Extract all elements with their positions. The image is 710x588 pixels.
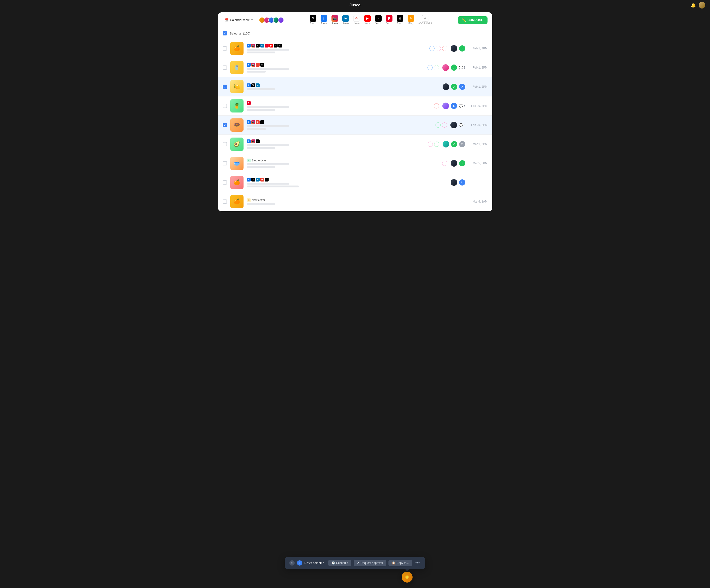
post-checkbox-4[interactable] xyxy=(223,104,227,108)
text-line xyxy=(247,128,266,130)
post-comments-5: 💬 3 xyxy=(459,123,465,127)
comment-count-2: 2 xyxy=(464,66,465,69)
twitter-icon: 𝕏 xyxy=(310,15,316,22)
post-status-2: ✓ xyxy=(451,65,457,71)
tab-tiktok[interactable]: ♪ Jusco xyxy=(375,15,382,25)
post-avatar-4 xyxy=(442,103,449,109)
post-avatar-2 xyxy=(442,64,449,71)
sm-linkedin-icon: in xyxy=(260,44,264,48)
post-checkbox-6[interactable] xyxy=(223,142,227,146)
post-social-icons-3: f 𝕏 in xyxy=(247,83,436,87)
post-checkbox-7[interactable] xyxy=(223,161,227,166)
tab-facebook[interactable]: f Jusco xyxy=(321,15,327,25)
post-meta-8: L xyxy=(451,179,465,186)
facebook-icon: f xyxy=(321,15,327,22)
tab-threads[interactable]: @ Jusco xyxy=(397,15,403,25)
post-thumbnail-2: 🥤 xyxy=(230,61,243,74)
floating-bar-close-button[interactable]: × xyxy=(289,560,294,566)
comment-icon: 💬 xyxy=(459,66,463,70)
post-info-8: f 𝕏 in G @ xyxy=(247,178,444,188)
text-line xyxy=(247,68,289,70)
tab-add-pages[interactable]: + ADD PAGES xyxy=(419,15,432,25)
comment-count-4: 5 xyxy=(464,104,465,107)
tab-twitter[interactable]: 𝕏 Jusco xyxy=(310,15,316,25)
post-thumbnail-5: 🍩 xyxy=(230,118,243,132)
post-text-2 xyxy=(247,68,424,73)
request-approval-label: Request approval xyxy=(360,561,383,565)
post-checkbox-5[interactable] xyxy=(223,123,227,127)
sm-threads-icon: @ xyxy=(278,44,282,48)
text-line xyxy=(247,109,275,111)
tab-linkedin[interactable]: in Jusco xyxy=(342,15,349,25)
post-checkbox-1[interactable] xyxy=(223,46,227,51)
text-line xyxy=(247,186,299,188)
post-checkbox-8[interactable] xyxy=(223,180,227,185)
post-row[interactable]: 🍊 f 📷 𝕏 in P ▶ ♪ @ xyxy=(218,39,492,58)
tiktok-icon: ♪ xyxy=(375,15,382,22)
request-approval-button[interactable]: ✔ Request approval xyxy=(354,560,386,566)
youtube-icon: ▶ xyxy=(364,15,371,22)
compose-button[interactable]: ✏️ COMPOSE xyxy=(458,16,487,24)
text-line xyxy=(247,106,289,108)
post-date-3: Feb 1, 2PM xyxy=(469,85,488,89)
post-text-4 xyxy=(247,106,430,111)
user-avatar-top[interactable] xyxy=(699,2,705,8)
sm-facebook-icon: f xyxy=(247,44,251,48)
copy-to-button[interactable]: 📋 Copy to... xyxy=(388,560,412,566)
post-social-icons-4: P xyxy=(247,101,430,105)
post-checkbox-2[interactable] xyxy=(223,66,227,70)
post-info-4: P xyxy=(247,101,430,111)
sm-instagram-icon: 📷 xyxy=(251,44,255,48)
sm-youtube-icon: ▶ xyxy=(269,44,273,48)
post-social-icons-5: f 📷 G ♪ xyxy=(247,120,432,124)
schedule-button[interactable]: 🕐 Schedule xyxy=(328,560,351,566)
post-meta-7: ↗ xyxy=(451,160,465,167)
post-meta-2: ✓ 💬 2 xyxy=(442,64,465,71)
post-comments-4: 💬 5 xyxy=(459,104,465,108)
post-row[interactable]: 🥤 f 📷 G @ xyxy=(218,58,492,77)
post-row[interactable]: 🍋 f 𝕏 in ✓ ↗ Feb 1, 2 xyxy=(218,77,492,96)
selected-count-badge: 2 xyxy=(297,560,302,566)
post-date-7: Mar 5, 5PM xyxy=(469,162,488,165)
tab-pinterest[interactable]: P Jusco xyxy=(386,15,393,25)
post-row[interactable]: 🍊 ✉ Newsletter Mar 6, 1AM xyxy=(218,192,492,211)
tab-blog[interactable]: B Blog xyxy=(408,15,414,25)
notification-bell-icon[interactable]: 🔔 xyxy=(691,3,696,8)
app-title: Jusco xyxy=(350,3,360,7)
post-tags-2 xyxy=(427,65,439,70)
calendar-view-button[interactable]: 📅 Calendar view ▼ xyxy=(223,17,255,23)
more-options-button[interactable]: ••• xyxy=(415,561,421,566)
text-line xyxy=(247,49,289,51)
post-checkbox-3[interactable] xyxy=(223,84,227,89)
blog-label-text: Blog Article xyxy=(252,159,266,162)
tag xyxy=(434,142,439,147)
post-avatar-1 xyxy=(451,45,457,52)
post-label-blog: ✎ Blog Article xyxy=(247,158,439,162)
post-status-3a: ✓ xyxy=(451,84,457,90)
post-row[interactable]: 🥣 ✎ Blog Article ↗ xyxy=(218,154,492,173)
post-info-1: f 📷 𝕏 in P ▶ ♪ @ xyxy=(247,44,426,53)
post-row[interactable]: 🥑 f 📷 @ xyxy=(218,135,492,154)
sm-twitter-icon: 𝕏 xyxy=(251,83,255,87)
select-all-checkbox[interactable] xyxy=(223,31,227,35)
tab-google[interactable]: G Jusco xyxy=(353,15,360,25)
tab-youtube[interactable]: ▶ Jusco xyxy=(364,15,371,25)
select-all-bar: Select all (100) xyxy=(218,28,492,39)
instagram-icon: 📷 xyxy=(331,15,338,22)
post-checkbox-9[interactable] xyxy=(223,199,227,204)
post-meta-4: L 💬 5 xyxy=(442,103,465,109)
sm-linkedin-icon: in xyxy=(256,178,260,181)
post-row[interactable]: 🍍 P L 💬 xyxy=(218,96,492,116)
content-area: Select all (100) 🍊 f 📷 𝕏 in P ▶ ♪ xyxy=(218,28,492,211)
post-status-3b: ↗ xyxy=(459,84,465,90)
header-bar: 📅 Calendar view ▼ 𝕏 Jusco f Jusco 📷 xyxy=(218,12,492,28)
post-row[interactable]: 🍊 f 𝕏 in G @ xyxy=(218,173,492,192)
sm-facebook-icon: f xyxy=(247,120,251,124)
blog-icon: B xyxy=(408,15,414,22)
post-text-1 xyxy=(247,49,426,53)
sm-twitter-icon: 𝕏 xyxy=(256,44,260,48)
post-row[interactable]: 🍩 f 📷 G ♪ xyxy=(218,116,492,135)
team-avatar-5[interactable] xyxy=(278,17,284,23)
tab-instagram[interactable]: 📷 Jusco xyxy=(331,15,338,25)
post-status-4: L xyxy=(451,103,457,109)
